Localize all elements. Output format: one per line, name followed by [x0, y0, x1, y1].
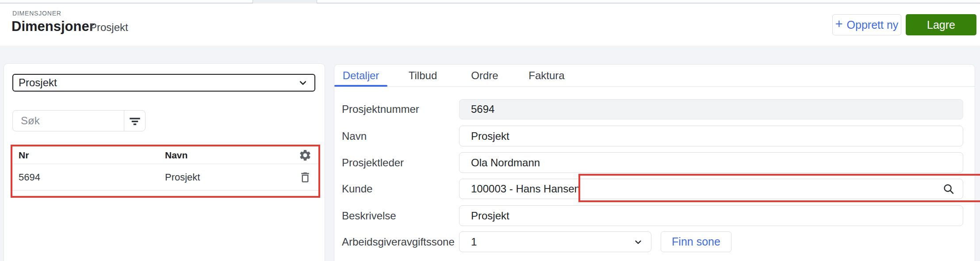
project-table: Nr Navn 5694 Prosjekt [12, 146, 318, 196]
save-button[interactable]: Lagre [906, 14, 976, 35]
table-row[interactable]: 5694 Prosjekt [12, 164, 318, 191]
field-label-text: Arbeidsgiveravgiftssone [342, 236, 455, 248]
tab-faktura[interactable]: Faktura [520, 65, 573, 87]
create-new-button-label: Opprett ny [847, 19, 899, 31]
field-label: Navn [342, 126, 367, 146]
browser-tab-edge [253, 0, 317, 4]
project-table-header: Nr Navn [12, 146, 318, 164]
page-title: Dimensjoner [11, 19, 95, 35]
column-header-nr: Nr [19, 150, 29, 161]
trash-icon [299, 171, 312, 184]
finn-sone-button[interactable]: Finn sone [661, 231, 731, 252]
field-row-arbeidsgiveravgiftssone: Arbeidsgiveravgiftssone 1 Finn sone [334, 231, 975, 252]
page-eyebrow: DIMENSJONER [12, 10, 61, 17]
page-subtitle: Prosjekt [90, 21, 128, 34]
prosjektnummer-input[interactable] [459, 99, 963, 119]
field-row-beskrivelse: Beskrivelse [334, 205, 975, 226]
delete-row-button[interactable] [298, 170, 312, 184]
browser-tabstrip-sliver [0, 0, 980, 4]
project-search-combo [12, 110, 145, 131]
tab-detaljer[interactable]: Detaljer [334, 65, 387, 87]
field-row-kunde: Kunde [334, 179, 975, 199]
field-label: Arbeidsgiveravgiftssone [342, 231, 471, 252]
navn-input[interactable] [459, 126, 963, 146]
field-row-prosjektnummer: Prosjektnummer [334, 99, 975, 119]
kunde-input[interactable] [459, 179, 963, 199]
tab-tilbud[interactable]: Tilbud [396, 65, 449, 87]
kunde-search-button[interactable] [942, 182, 955, 196]
field-label: Beskrivelse [342, 205, 396, 226]
search-icon [942, 182, 955, 196]
field-row-prosjektleder: Prosjektleder [334, 152, 975, 173]
field-label: Kunde [342, 179, 372, 199]
chevron-down-icon [297, 77, 309, 89]
page-header: DIMENSJONER Dimensjoner Prosjekt + Oppre… [0, 4, 980, 46]
zone-select-value: 1 [459, 236, 477, 248]
field-label: Prosjektleder [342, 152, 404, 173]
project-list-panel: Prosjekt Nr Navn [4, 63, 325, 261]
row-nr-value: 5694 [19, 172, 40, 183]
project-detail-panel: Detaljer Tilbud Ordre Faktura Prosjektnu… [334, 64, 975, 261]
dimensions-page: DIMENSJONER Dimensjoner Prosjekt + Oppre… [0, 0, 980, 261]
active-tab-underline [334, 85, 387, 87]
search-input[interactable] [13, 111, 124, 131]
plus-icon: + [835, 18, 843, 31]
zone-select[interactable]: 1 [459, 231, 651, 252]
prosjektleder-input[interactable] [459, 152, 963, 173]
gear-icon [299, 149, 312, 162]
detail-tabs: Detaljer Tilbud Ordre Faktura [334, 65, 975, 87]
field-row-navn: Navn [334, 126, 975, 146]
tab-ordre[interactable]: Ordre [458, 65, 511, 87]
dimension-type-select-value: Prosjekt [13, 77, 57, 89]
row-navn-value: Prosjekt [165, 172, 200, 183]
table-settings-button[interactable] [298, 148, 312, 162]
column-header-navn: Navn [165, 150, 188, 161]
field-label: Prosjektnummer [342, 99, 419, 119]
chevron-down-icon [632, 236, 644, 248]
filter-icon [128, 114, 142, 127]
create-new-button[interactable]: + Opprett ny [832, 14, 901, 35]
beskrivelse-input[interactable] [459, 205, 963, 226]
filter-button[interactable] [124, 111, 145, 131]
dimension-type-select[interactable]: Prosjekt [12, 74, 315, 92]
